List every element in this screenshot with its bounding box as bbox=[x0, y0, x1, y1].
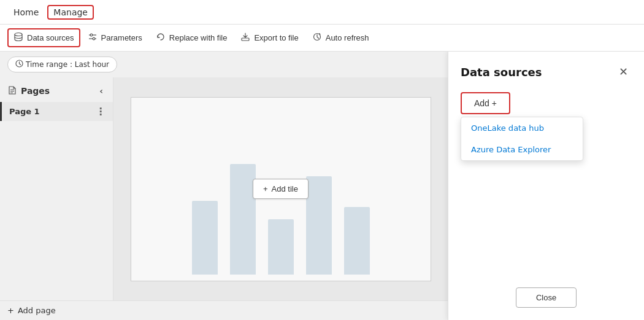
parameters-label: Parameters bbox=[101, 33, 142, 42]
bar-2 bbox=[230, 164, 256, 275]
bar-3 bbox=[268, 219, 294, 275]
azure-data-explorer-option[interactable]: Azure Data Explorer bbox=[461, 139, 583, 160]
svg-point-4 bbox=[93, 37, 95, 40]
export-label: Export to file bbox=[254, 33, 298, 42]
bar-4 bbox=[306, 176, 332, 275]
parameters-icon bbox=[88, 32, 98, 44]
main-area: Time range : Last hour bbox=[0, 52, 644, 320]
replace-label: Replace with file bbox=[169, 33, 228, 42]
add-page-footer[interactable]: + Add page bbox=[0, 300, 448, 320]
nav-manage[interactable]: Manage bbox=[47, 5, 94, 20]
add-page-label: Add page bbox=[18, 306, 56, 315]
pages-icon bbox=[7, 85, 17, 97]
onelake-datahub-option[interactable]: OneLake data hub bbox=[461, 117, 583, 139]
content-area: Pages ‹ Page 1 ⋮ bbox=[0, 77, 448, 300]
export-icon bbox=[240, 32, 250, 44]
time-range-label: Time range : Last hour bbox=[26, 60, 109, 69]
collapse-pages-button[interactable]: ‹ bbox=[97, 85, 105, 97]
svg-rect-5 bbox=[242, 38, 249, 41]
add-section: Add + OneLake data hub Azure Data Explor… bbox=[461, 92, 632, 114]
canvas-inner: + Add tile bbox=[131, 97, 431, 281]
data-sources-panel: Data sources ✕ Add + OneLake data hub Az… bbox=[448, 52, 644, 320]
add-datasource-dropdown: OneLake data hub Azure Data Explorer bbox=[461, 117, 583, 161]
add-datasource-label: Add + bbox=[474, 98, 497, 108]
time-range-bar: Time range : Last hour bbox=[0, 52, 448, 77]
add-tile-plus-icon: + bbox=[263, 184, 268, 193]
close-panel-x-button[interactable]: ✕ bbox=[615, 64, 632, 80]
page-menu-dots[interactable]: ⋮ bbox=[96, 106, 105, 117]
add-page-plus-icon: + bbox=[7, 306, 14, 315]
panel-title: Data sources bbox=[461, 66, 542, 79]
add-datasource-button[interactable]: Add + bbox=[461, 92, 510, 114]
canvas-area: + Add tile bbox=[113, 77, 448, 300]
nav-home[interactable]: Home bbox=[7, 5, 45, 20]
datasources-label: Data sources bbox=[27, 33, 74, 42]
bar-1 bbox=[192, 201, 218, 275]
time-range-pill[interactable]: Time range : Last hour bbox=[7, 57, 117, 72]
clock-icon bbox=[15, 60, 23, 69]
panel-header: Data sources ✕ bbox=[461, 64, 632, 80]
page-item-label: Page 1 bbox=[9, 107, 40, 116]
autorefresh-button[interactable]: Auto refresh bbox=[306, 28, 375, 47]
datasources-button[interactable]: Data sources bbox=[7, 28, 80, 47]
panel-footer: Close bbox=[461, 287, 632, 308]
top-nav: Home Manage bbox=[0, 0, 644, 25]
pages-header: Pages ‹ bbox=[0, 82, 113, 102]
add-tile-label: Add tile bbox=[272, 184, 298, 193]
export-button[interactable]: Export to file bbox=[234, 28, 304, 47]
svg-point-3 bbox=[90, 34, 93, 36]
add-tile-button[interactable]: + Add tile bbox=[253, 179, 309, 199]
replace-icon bbox=[156, 32, 166, 44]
toolbar: Data sources Parameters Replace with fil… bbox=[0, 25, 644, 52]
close-panel-button[interactable]: Close bbox=[516, 287, 577, 308]
autorefresh-icon bbox=[312, 32, 322, 44]
pages-title: Pages bbox=[21, 86, 50, 96]
datasources-icon bbox=[13, 32, 23, 44]
left-panel: Time range : Last hour bbox=[0, 52, 448, 320]
pages-sidebar: Pages ‹ Page 1 ⋮ bbox=[0, 77, 113, 300]
parameters-button[interactable]: Parameters bbox=[82, 28, 148, 47]
svg-point-0 bbox=[15, 33, 22, 36]
bar-5 bbox=[344, 207, 370, 275]
autorefresh-label: Auto refresh bbox=[326, 33, 369, 42]
page-item[interactable]: Page 1 ⋮ bbox=[0, 102, 113, 121]
replace-button[interactable]: Replace with file bbox=[150, 28, 234, 47]
